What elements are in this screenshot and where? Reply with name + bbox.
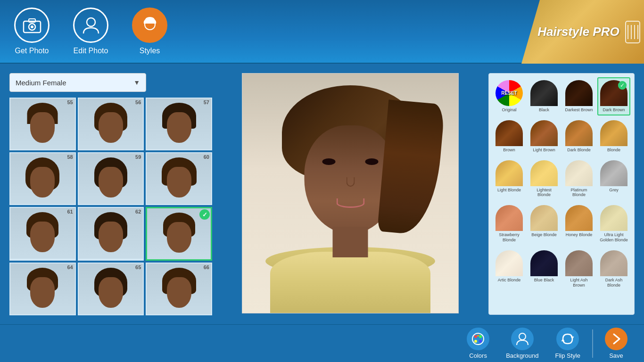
style-item-58[interactable]: 58 bbox=[9, 152, 76, 205]
lightest-blonde-swatch bbox=[530, 160, 558, 186]
style-thumb-57 bbox=[147, 99, 211, 149]
color-darkest-brown[interactable]: Darkest Brown bbox=[562, 77, 595, 115]
color-honey-blonde[interactable]: Honey Blonde bbox=[562, 202, 595, 246]
color-light-ash-brown[interactable]: Light Ash Brown bbox=[562, 247, 595, 291]
get-photo-label: Get Photo bbox=[15, 47, 49, 55]
color-dark-blonde[interactable]: Dark Blonde bbox=[562, 117, 595, 156]
color-label-dark-brown: Dark Brown bbox=[603, 107, 625, 113]
color-label-lightest-blonde: Lightest Blonde bbox=[529, 188, 559, 198]
color-label-grey: Grey bbox=[609, 188, 619, 193]
light-brown-swatch bbox=[530, 120, 558, 146]
preview-frame bbox=[242, 73, 459, 313]
bottom-actions: Colors Background Flip Style bbox=[460, 324, 635, 362]
color-lightest-blonde[interactable]: Lightest Blonde bbox=[528, 157, 561, 201]
style-item-64[interactable]: 64 bbox=[9, 263, 76, 315]
color-dark-brown[interactable]: ✓ Dark Brown bbox=[597, 77, 630, 115]
style-num-65: 65 bbox=[135, 264, 141, 270]
person-icon bbox=[83, 16, 99, 34]
nav-edit-photo[interactable]: Edit Photo bbox=[73, 8, 108, 55]
color-beige-blonde[interactable]: Beige Blonde bbox=[528, 202, 561, 246]
color-dark-ash-blonde[interactable]: Dark Ash Blonde bbox=[597, 247, 630, 291]
color-label-platinum-blonde: Platinum Blonde bbox=[564, 188, 594, 198]
style-item-61[interactable]: 61 bbox=[9, 207, 76, 261]
style-item-66[interactable]: 66 bbox=[146, 263, 212, 315]
svg-point-17 bbox=[519, 333, 526, 340]
nav-styles[interactable]: Styles bbox=[132, 8, 167, 55]
light-blonde-swatch-wrap bbox=[495, 160, 523, 186]
nav-get-photo[interactable]: Get Photo bbox=[14, 8, 50, 55]
honey-blonde-swatch-wrap bbox=[565, 205, 593, 231]
color-ultra-light[interactable]: Ultra Light Golden Blonde bbox=[597, 202, 630, 246]
flip-style-button[interactable]: Flip Style bbox=[548, 324, 587, 362]
camera-icon bbox=[23, 17, 41, 33]
style-item-56[interactable]: 56 bbox=[78, 98, 144, 150]
styles-panel: Medium Female ▼ 55 bbox=[9, 73, 212, 315]
style-item-63[interactable]: ✓ bbox=[146, 207, 212, 261]
chevron-down-icon: ▼ bbox=[133, 79, 140, 86]
svg-point-15 bbox=[474, 340, 477, 343]
ultra-light-swatch bbox=[600, 205, 627, 231]
style-item-59[interactable]: 59 bbox=[78, 152, 144, 205]
color-artic-blonde[interactable]: Artic Blonde bbox=[493, 247, 526, 291]
edit-photo-icon-circle bbox=[73, 8, 108, 43]
style-thumb-58 bbox=[10, 153, 75, 204]
svg-point-14 bbox=[479, 340, 482, 343]
get-photo-icon-circle bbox=[14, 8, 50, 43]
darkest-brown-swatch bbox=[565, 80, 593, 106]
color-label-original: Original bbox=[502, 107, 516, 113]
color-platinum-blonde[interactable]: Platinum Blonde bbox=[562, 157, 595, 201]
style-item-60[interactable]: 60 bbox=[146, 152, 212, 205]
style-thumb-56 bbox=[79, 99, 143, 149]
color-blue-black[interactable]: Blue Black bbox=[528, 247, 561, 291]
color-black[interactable]: Black bbox=[528, 77, 561, 115]
styles-dropdown[interactable]: Medium Female ▼ bbox=[9, 73, 146, 92]
flip-style-label: Flip Style bbox=[555, 352, 580, 359]
color-strawberry-blonde[interactable]: Strawberry Blonde bbox=[493, 202, 526, 246]
style-num-57: 57 bbox=[204, 99, 209, 105]
color-label-honey-blonde: Honey Blonde bbox=[566, 232, 593, 238]
light-ash-brown-swatch bbox=[565, 250, 593, 276]
background-button[interactable]: Background bbox=[499, 324, 545, 362]
color-label-dark-blonde: Dark Blonde bbox=[567, 148, 591, 153]
model-body bbox=[270, 252, 430, 313]
background-label: Background bbox=[506, 352, 538, 359]
style-item-62[interactable]: 62 bbox=[78, 207, 144, 261]
style-num-58: 58 bbox=[67, 154, 73, 160]
color-grey[interactable]: Grey bbox=[597, 157, 630, 201]
style-item-65[interactable]: 65 bbox=[78, 263, 144, 315]
brand-comb-icon bbox=[623, 20, 642, 44]
grey-swatch bbox=[600, 160, 627, 186]
color-label-beige-blonde: Beige Blonde bbox=[531, 232, 557, 238]
dark-brown-swatch bbox=[600, 80, 627, 106]
color-brown[interactable]: Brown bbox=[493, 117, 526, 156]
style-item-57[interactable]: 57 bbox=[146, 98, 212, 150]
color-label-black: Black bbox=[539, 107, 549, 113]
style-item-55[interactable]: 55 bbox=[9, 98, 76, 150]
style-thumb-55 bbox=[10, 99, 75, 149]
color-label-strawberry-blonde: Strawberry Blonde bbox=[495, 232, 524, 243]
color-blonde[interactable]: Blonde bbox=[597, 117, 630, 156]
color-light-blonde[interactable]: Light Blonde bbox=[493, 157, 526, 201]
palette-icon bbox=[471, 332, 485, 346]
black-swatch-wrap bbox=[530, 80, 558, 106]
color-light-brown[interactable]: Light Brown bbox=[528, 117, 561, 156]
svg-point-16 bbox=[477, 335, 479, 337]
style-num-62: 62 bbox=[135, 209, 141, 214]
color-label-dark-ash-blonde: Dark Ash Blonde bbox=[599, 278, 628, 288]
color-label-light-ash-brown: Light Ash Brown bbox=[564, 278, 594, 288]
color-original[interactable]: RESET Original bbox=[493, 77, 526, 115]
dark-ash-blonde-swatch bbox=[600, 250, 627, 276]
styles-label: Styles bbox=[140, 47, 160, 55]
colors-icon bbox=[467, 328, 489, 350]
style-num-55: 55 bbox=[67, 99, 73, 105]
blonde-swatch-wrap bbox=[600, 120, 627, 146]
save-button[interactable]: Save bbox=[598, 324, 635, 362]
flip-icon bbox=[561, 332, 575, 346]
dark-blonde-swatch bbox=[565, 120, 593, 146]
styles-icon-circle bbox=[132, 8, 167, 43]
grey-swatch-wrap bbox=[600, 160, 627, 186]
brown-swatch-wrap bbox=[495, 120, 523, 146]
beige-blonde-swatch bbox=[530, 205, 558, 231]
colors-button[interactable]: Colors bbox=[460, 324, 496, 362]
bottom-divider bbox=[592, 329, 593, 358]
